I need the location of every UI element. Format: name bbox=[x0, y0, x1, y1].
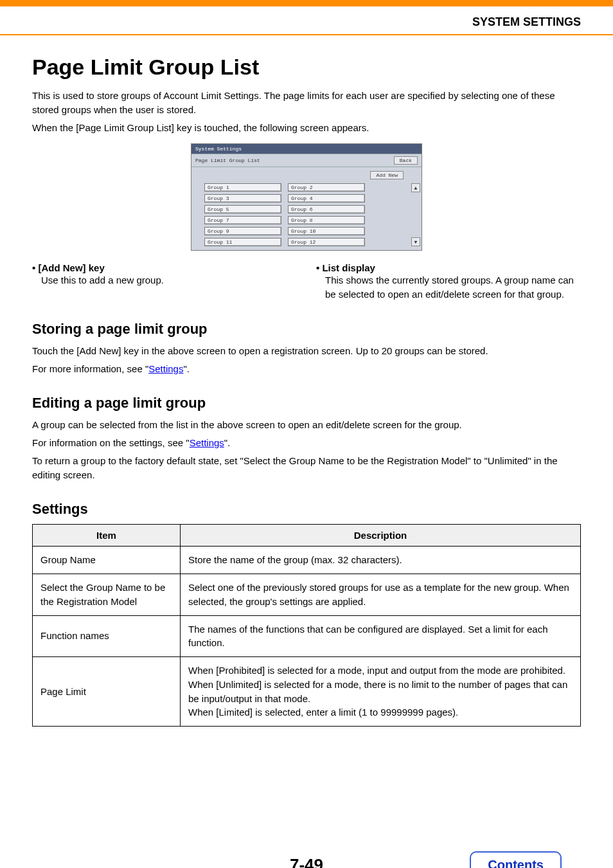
group-item[interactable]: Group 11 bbox=[204, 238, 281, 246]
cell-item: Function names bbox=[33, 615, 181, 657]
editing-p1: A group can be selected from the list in… bbox=[32, 418, 581, 432]
bullet-add-new-text: Use this to add a new group. bbox=[41, 273, 297, 287]
section-header: SYSTEM SETTINGS bbox=[0, 6, 613, 35]
group-item[interactable]: Group 2 bbox=[288, 183, 365, 192]
back-button[interactable]: Back bbox=[394, 156, 418, 165]
table-row: Page Limit When [Prohibited] is selected… bbox=[33, 657, 581, 727]
scrollbar[interactable]: ▲ ▼ bbox=[411, 183, 420, 246]
storing-p2a: For more information, see " bbox=[32, 363, 148, 374]
group-item[interactable]: Group 3 bbox=[204, 194, 281, 203]
settings-heading: Settings bbox=[32, 501, 581, 518]
contents-button[interactable]: Contents bbox=[470, 851, 562, 868]
table-row: Group Name Store the name of the group (… bbox=[33, 547, 581, 574]
cell-item: Page Limit bbox=[33, 657, 181, 727]
editing-p2: For information on the settings, see "Se… bbox=[32, 436, 581, 450]
cell-desc: The names of the functions that can be c… bbox=[181, 615, 581, 657]
storing-p2b: ". bbox=[183, 363, 190, 374]
page-title: Page Limit Group List bbox=[32, 55, 581, 80]
table-row: Select the Group Name to be the Registra… bbox=[33, 574, 581, 616]
group-item[interactable]: Group 10 bbox=[288, 227, 365, 235]
add-new-button[interactable]: Add New bbox=[370, 171, 404, 179]
intro-paragraph-2: When the [Page Limit Group List] key is … bbox=[32, 121, 581, 135]
group-item[interactable]: Group 1 bbox=[204, 183, 281, 192]
table-row: Function names The names of the function… bbox=[33, 615, 581, 657]
editing-heading: Editing a page limit group bbox=[32, 395, 581, 411]
top-accent-bar bbox=[0, 0, 613, 6]
group-item[interactable]: Group 12 bbox=[288, 238, 365, 246]
storing-p2: For more information, see "Settings". bbox=[32, 362, 581, 376]
bullet-list-display-text: This shows the currently stored groups. … bbox=[325, 273, 581, 302]
editing-p2b: ". bbox=[224, 437, 231, 448]
group-item[interactable]: Group 9 bbox=[204, 227, 281, 235]
ui-subtitle: Page Limit Group List bbox=[195, 158, 260, 163]
bullet-add-new-head: • [Add New] key bbox=[32, 262, 297, 273]
scroll-up-icon[interactable]: ▲ bbox=[411, 183, 420, 192]
group-item[interactable]: Group 7 bbox=[204, 216, 281, 224]
storing-p1: Touch the [Add New] key in the above scr… bbox=[32, 344, 581, 358]
group-item[interactable]: Group 4 bbox=[288, 194, 365, 203]
cell-desc: When [Prohibited] is selected for a mode… bbox=[181, 657, 581, 727]
settings-link[interactable]: Settings bbox=[148, 363, 183, 374]
embedded-ui-panel: System Settings Page Limit Group List Ba… bbox=[191, 143, 422, 251]
col-desc: Description bbox=[181, 525, 581, 547]
bullet-list-display-head: • List display bbox=[316, 262, 581, 273]
settings-table: Item Description Group Name Store the na… bbox=[32, 524, 581, 727]
group-item[interactable]: Group 5 bbox=[204, 205, 281, 213]
group-item[interactable]: Group 8 bbox=[288, 216, 365, 224]
settings-link[interactable]: Settings bbox=[190, 437, 224, 448]
scroll-down-icon[interactable]: ▼ bbox=[411, 237, 420, 246]
page-number: 7-49 bbox=[290, 855, 323, 868]
editing-p3: To return a group to the factory default… bbox=[32, 454, 581, 482]
col-item: Item bbox=[33, 525, 181, 547]
intro-paragraph-1: This is used to store groups of Account … bbox=[32, 89, 581, 117]
cell-desc: Store the name of the group (max. 32 cha… bbox=[181, 547, 581, 574]
editing-p2a: For information on the settings, see " bbox=[32, 437, 190, 448]
ui-titlebar: System Settings bbox=[191, 144, 422, 154]
cell-item: Group Name bbox=[33, 547, 181, 574]
storing-heading: Storing a page limit group bbox=[32, 321, 581, 338]
cell-desc: Select one of the previously stored grou… bbox=[181, 574, 581, 616]
group-item[interactable]: Group 6 bbox=[288, 205, 365, 213]
cell-item: Select the Group Name to be the Registra… bbox=[33, 574, 181, 616]
